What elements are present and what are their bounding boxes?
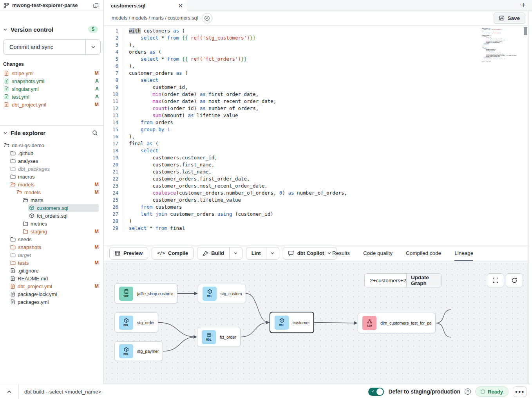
tree-item-staging[interactable]: stagingM xyxy=(0,227,103,235)
tab-compiled-code[interactable]: Compiled code xyxy=(406,245,441,261)
collapse-panel-button[interactable] xyxy=(0,384,19,399)
code-line[interactable]: select * from {{ ref('stg_customers')}} xyxy=(129,34,477,42)
tree-item-dbt-packages[interactable]: dbt_packages xyxy=(0,165,103,173)
lineage-node-jaffle-shop-customers[interactable]: SRC jaffle_shop.customers xyxy=(114,283,177,303)
build-button[interactable]: Build xyxy=(197,247,242,260)
code-line[interactable]: with customers as ( xyxy=(129,27,477,34)
code-line[interactable]: final as ( xyxy=(129,140,477,147)
dbt-copilot-button[interactable]: dbt Copilot xyxy=(283,247,337,260)
code-line[interactable]: customer_orders.first_order_date, xyxy=(129,175,477,182)
tab-customers-sql[interactable]: customers.sql ✕ xyxy=(104,0,188,11)
code-line[interactable]: customers.last_name, xyxy=(129,168,477,175)
code-line[interactable]: left join customer_orders using (custome… xyxy=(129,211,477,218)
code-line[interactable]: sum(amount) as lifetime_value xyxy=(129,112,477,119)
compile-button[interactable]: </> Compile xyxy=(152,247,194,260)
lineage-node-stg-payments[interactable]: MDL stg_payments xyxy=(114,341,163,361)
more-options-button[interactable]: ●●● xyxy=(513,386,527,397)
change-row[interactable]: test.yml A xyxy=(0,93,103,101)
minimap[interactable]: with customers as ( select * from {{ ref… xyxy=(482,28,525,63)
code-line[interactable]: ), xyxy=(129,42,477,49)
save-button[interactable]: Save xyxy=(494,13,525,24)
change-row[interactable]: stripe.yml M xyxy=(0,69,103,77)
build-options-segment[interactable] xyxy=(229,247,242,259)
lineage-node-stg-orders[interactable]: MDL stg_orders xyxy=(114,312,158,332)
lineage-node-dim-customers-test-for-parse[interactable]: SEM dim_customers_test_for_parse xyxy=(358,313,436,333)
copy-icon[interactable] xyxy=(93,3,99,8)
code-line[interactable]: ) xyxy=(129,218,477,225)
code-line[interactable]: customers.first_name, xyxy=(129,161,477,168)
tab-lineage[interactable]: Lineage xyxy=(454,245,473,261)
tab-code-quality[interactable]: Code quality xyxy=(363,245,393,261)
search-icon[interactable] xyxy=(92,130,98,136)
code-line[interactable]: customer_orders.most_recent_order_date, xyxy=(129,182,477,190)
lineage-node-customers[interactable]: MDL customers xyxy=(270,312,314,333)
lineage-node-stg-customers[interactable]: MDL stg_customers xyxy=(198,284,246,303)
tree-item-dbt-project-yml[interactable]: dbt_project.ymlM xyxy=(0,282,103,290)
tree-item-marts[interactable]: marts xyxy=(0,196,103,204)
refresh-graph-button[interactable] xyxy=(506,273,523,287)
lint-options-segment[interactable] xyxy=(266,247,279,259)
code-line[interactable]: max(order_date) as most_recent_order_dat… xyxy=(129,98,477,105)
code-line[interactable]: ), xyxy=(129,133,477,140)
lineage-panel[interactable]: SRC jaffle_shop.customersMDL stg_custome… xyxy=(104,261,528,384)
ready-status-badge[interactable]: Ready xyxy=(475,386,508,397)
update-graph-button[interactable]: Update Graph xyxy=(406,274,442,287)
tree-item-readme-md[interactable]: README.md xyxy=(0,274,103,282)
tree-item-package-lock-yml[interactable]: package-lock.yml xyxy=(0,290,103,298)
change-row[interactable]: singular.yml A xyxy=(0,85,103,93)
code-line[interactable]: customer_id, xyxy=(129,84,477,91)
code-line[interactable]: customer_orders.lifetime_value xyxy=(129,197,477,204)
code-editor[interactable]: 1234567891011121314151617181920212223242… xyxy=(104,26,528,241)
compass-icon[interactable] xyxy=(202,13,212,23)
tree-item-models[interactable]: modelsM xyxy=(0,181,103,188)
tree-item-macros[interactable]: macros xyxy=(0,173,103,181)
code-line[interactable]: coalesce(customer_orders.number_of_order… xyxy=(129,190,477,197)
code-line[interactable]: min(order_date) as first_order_date, xyxy=(129,91,477,98)
code-line[interactable]: customer_orders as ( xyxy=(129,70,477,77)
tree-item-packages-yml[interactable]: packages.yml xyxy=(0,298,103,306)
tree-item-seeds[interactable]: seeds xyxy=(0,235,103,243)
fullscreen-button[interactable] xyxy=(487,273,504,287)
version-control-header[interactable]: Version control 5 xyxy=(0,23,103,35)
tree-item-analyses[interactable]: analyses xyxy=(0,157,103,165)
preview-button[interactable]: Preview xyxy=(109,247,148,260)
change-row[interactable]: snapshots.yml A xyxy=(0,77,103,85)
code-line[interactable]: from orders xyxy=(129,119,477,126)
code-line[interactable]: select xyxy=(129,147,477,154)
change-row[interactable]: dbt_project.yml M xyxy=(0,101,103,108)
window-scrollbar-track[interactable] xyxy=(528,11,532,384)
tree-item-snapshots[interactable]: snapshotsM xyxy=(0,243,103,251)
help-icon[interactable]: ? xyxy=(465,388,471,395)
tree-item-target[interactable]: target xyxy=(0,251,103,259)
code-line[interactable]: from customers xyxy=(129,204,477,211)
code-line[interactable]: count(order_id) as number_of_orders, xyxy=(129,105,477,112)
code-line[interactable]: group by 1 xyxy=(129,126,477,133)
tree-item-tests[interactable]: testsM xyxy=(0,259,103,267)
code-line[interactable]: select xyxy=(129,77,477,84)
close-icon[interactable]: ✕ xyxy=(178,3,183,9)
commit-options-segment[interactable] xyxy=(85,40,100,54)
code-line[interactable]: ), xyxy=(129,63,477,70)
code-line[interactable]: select * from {{ ref('fct_orders')}} xyxy=(129,56,477,63)
code-line[interactable]: orders as ( xyxy=(129,49,477,56)
tree-item--gitignore[interactable]: .gitignore xyxy=(0,267,103,274)
tree-item-fct-orders-sql[interactable]: fct_orders.sql xyxy=(0,212,103,220)
tree-item-models[interactable]: modelsM xyxy=(0,188,103,196)
lint-button[interactable]: Lint xyxy=(246,247,279,260)
editor-scrollbar[interactable] xyxy=(524,27,527,35)
lineage-selector[interactable]: 2+customers+2 Update Graph xyxy=(364,273,442,287)
file-explorer-header[interactable]: File explorer xyxy=(0,126,103,139)
command-input[interactable]: dbt build --select <model_name> xyxy=(24,389,368,395)
tree-item-customers-sql[interactable]: customers.sql xyxy=(0,204,103,212)
tree-item--github[interactable]: .github xyxy=(0,149,103,157)
tree-item-metrics[interactable]: metrics xyxy=(0,220,103,227)
tab-results[interactable]: Results xyxy=(332,245,350,261)
code-line[interactable]: customers.customer_id, xyxy=(129,154,477,161)
tree-item-db-sl-qs-demo[interactable]: db-sl-qs-demo xyxy=(0,141,103,149)
commit-and-sync-button[interactable]: Commit and sync xyxy=(3,39,101,55)
lineage-node-fct-orders[interactable]: MDL fct_orders xyxy=(197,327,241,347)
new-tab-button[interactable]: + xyxy=(521,0,526,10)
code-line[interactable]: select * from final xyxy=(129,225,477,232)
defer-toggle[interactable]: ✓ xyxy=(368,388,384,396)
lineage-selector-value[interactable]: 2+customers+2 xyxy=(365,274,406,287)
